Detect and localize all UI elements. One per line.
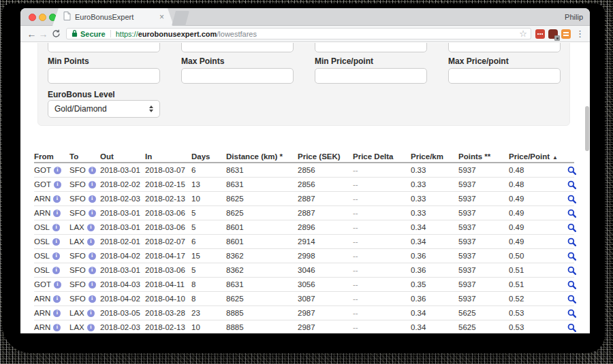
extension-shield-icon[interactable] <box>548 29 558 39</box>
info-icon[interactable]: i <box>89 181 96 188</box>
search-icon[interactable] <box>567 209 576 218</box>
search-icon[interactable] <box>567 295 576 303</box>
info-icon[interactable]: i <box>53 324 61 331</box>
window-close-button[interactable] <box>29 14 36 21</box>
search-icon[interactable] <box>567 223 576 232</box>
info-icon[interactable]: i <box>87 324 95 331</box>
info-icon[interactable]: i <box>87 310 95 317</box>
info-icon[interactable]: i <box>54 167 61 174</box>
cell-to: SFOi <box>69 252 100 260</box>
cell-points: 5937 <box>458 180 509 188</box>
extension-adblock-icon[interactable] <box>535 29 545 39</box>
info-icon[interactable]: i <box>53 310 61 317</box>
info-icon[interactable]: i <box>54 181 61 188</box>
header-price[interactable]: Price (SEK) <box>298 152 353 161</box>
info-icon[interactable]: i <box>52 238 60 246</box>
table-body: GOTi SFOi 2018-03-01 2018-03-07 6 8631 2… <box>34 163 574 333</box>
header-from[interactable]: From <box>34 152 69 161</box>
info-icon[interactable]: i <box>89 295 96 303</box>
min-points-input[interactable] <box>48 68 160 84</box>
cell-price-km: 0.36 <box>411 266 458 274</box>
cell-price-delta: -- <box>353 195 411 203</box>
search-icon[interactable] <box>567 323 576 332</box>
info-icon[interactable]: i <box>89 195 96 203</box>
search-icon[interactable] <box>567 180 576 189</box>
info-icon[interactable]: i <box>54 281 61 288</box>
forward-icon[interactable]: → <box>37 29 49 39</box>
cell-days: 6 <box>191 166 226 174</box>
cell-price-km: 0.36 <box>411 252 458 260</box>
header-points[interactable]: Points ** <box>458 152 509 161</box>
eurobonus-level-select[interactable]: Gold/Diamond <box>48 100 160 118</box>
info-icon[interactable]: i <box>52 224 60 231</box>
search-icon[interactable] <box>567 252 576 261</box>
search-icon[interactable] <box>567 195 576 203</box>
search-icon[interactable] <box>567 280 576 289</box>
cell-days: 15 <box>191 252 226 260</box>
filter-input-partial-3[interactable] <box>315 43 427 52</box>
window-minimize-button[interactable] <box>39 14 46 21</box>
browser-menu-icon[interactable]: ⋮ <box>576 29 584 39</box>
profile-name[interactable]: Philip <box>565 13 583 21</box>
cell-price: 2914 <box>298 237 353 246</box>
reload-icon[interactable] <box>52 29 61 38</box>
address-bar[interactable]: Secure https://eurobonusexpert.com/lowes… <box>66 28 531 39</box>
cell-days: 5 <box>191 223 226 231</box>
desktop-background: EuroBonusExpert × Philip ← → Secure <box>0 0 613 364</box>
info-icon[interactable]: i <box>53 195 61 203</box>
header-price-km[interactable]: Price/km <box>411 152 458 161</box>
page-scrollbar[interactable] <box>585 106 589 151</box>
extension-list-icon[interactable] <box>561 29 571 39</box>
cell-out: 2018-04-02 <box>100 252 145 260</box>
cell-points: 5937 <box>458 252 509 260</box>
search-icon[interactable] <box>567 166 576 175</box>
cell-price-delta: -- <box>353 223 411 231</box>
table-row: OSLi LAXi 2018-02-01 2018-02-07 6 8601 2… <box>34 235 574 249</box>
eurobonus-level-value: Gold/Diamond <box>54 104 107 114</box>
search-icon[interactable] <box>567 266 576 275</box>
header-out[interactable]: Out <box>100 152 145 161</box>
info-icon[interactable]: i <box>89 167 96 174</box>
header-price-delta[interactable]: Price Delta <box>353 152 411 161</box>
min-price-point-input[interactable] <box>315 68 427 84</box>
search-icon[interactable] <box>567 237 576 246</box>
info-icon[interactable]: i <box>89 252 96 260</box>
info-icon[interactable]: i <box>89 267 96 274</box>
cell-price: 2896 <box>298 223 353 231</box>
browser-tab[interactable]: EuroBonusExpert × <box>52 8 174 26</box>
url-path: /lowestfares <box>217 30 257 38</box>
header-to[interactable]: To <box>69 152 100 161</box>
filter-input-partial-2[interactable] <box>181 43 294 52</box>
cell-in: 2018-03-06 <box>145 223 191 231</box>
info-icon[interactable]: i <box>53 295 61 303</box>
secure-badge[interactable]: Secure <box>72 29 106 39</box>
info-icon[interactable]: i <box>89 210 96 217</box>
cell-distance: 8885 <box>226 309 298 317</box>
new-tab-button[interactable] <box>172 11 189 26</box>
tab-close-icon[interactable]: × <box>159 12 164 22</box>
info-icon[interactable]: i <box>87 238 95 246</box>
header-days[interactable]: Days <box>191 152 226 161</box>
cell-distance: 8625 <box>226 209 298 217</box>
filter-input-partial-1[interactable] <box>48 43 160 52</box>
info-icon[interactable]: i <box>52 267 60 274</box>
cell-to: LAXi <box>69 309 100 317</box>
max-price-point-input[interactable] <box>448 68 561 84</box>
sort-ascending-icon: ▲ <box>552 154 558 161</box>
info-icon[interactable]: i <box>89 281 96 288</box>
info-icon[interactable]: i <box>53 210 61 217</box>
url-scheme: https:// <box>116 30 138 38</box>
cell-distance: 8625 <box>226 295 298 303</box>
info-icon[interactable]: i <box>52 252 60 260</box>
table-row: OSLi SFOi 2018-04-02 2018-04-17 15 8362 … <box>34 249 574 263</box>
bookmark-star-icon[interactable]: ☆ <box>519 29 527 39</box>
header-in[interactable]: In <box>145 152 191 161</box>
header-price-point[interactable]: Price/Point▲ <box>509 152 567 161</box>
search-icon[interactable] <box>567 309 576 318</box>
header-distance[interactable]: Distance (km) * <box>226 152 298 161</box>
filter-input-partial-4[interactable] <box>448 43 561 52</box>
back-icon[interactable]: ← <box>26 29 37 39</box>
info-icon[interactable]: i <box>87 224 95 231</box>
max-points-input[interactable] <box>181 68 294 84</box>
cell-out: 2018-02-02 <box>100 180 145 188</box>
